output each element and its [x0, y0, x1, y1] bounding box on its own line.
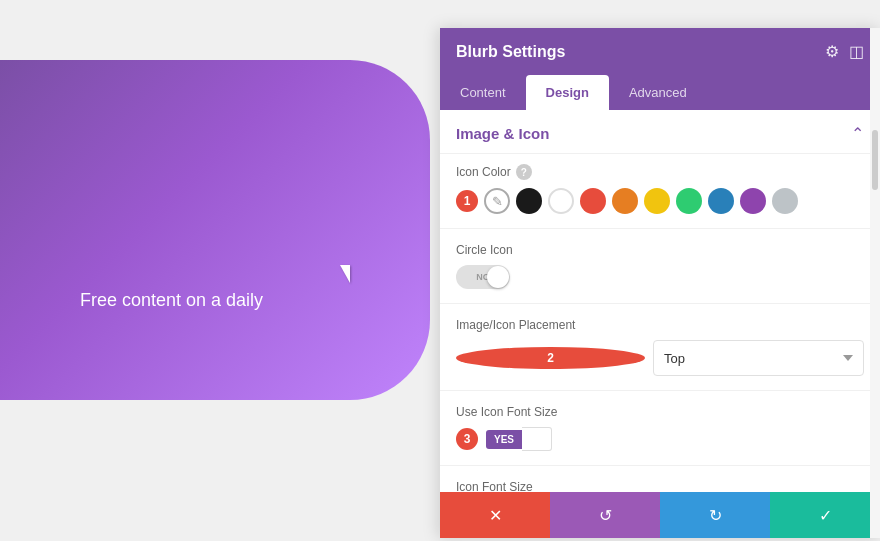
yes-button[interactable]: YES — [486, 430, 522, 449]
panel-footer: ✕ ↺ ↻ ✓ — [440, 492, 880, 538]
toggle-knob — [487, 266, 509, 288]
color-swatch-edit[interactable]: ✎ — [484, 188, 510, 214]
settings-icon[interactable]: ⚙ — [825, 42, 839, 61]
placement-step-row: 2 Top Bottom Left Right — [456, 340, 864, 376]
color-swatch-green[interactable] — [676, 188, 702, 214]
free-content-text: Free content on a daily — [80, 290, 263, 311]
scrollbar-track — [870, 28, 880, 538]
tab-content[interactable]: Content — [440, 75, 526, 110]
use-icon-font-size-field: Use Icon Font Size 3 YES — [440, 395, 880, 461]
color-swatch-yellow[interactable] — [644, 188, 670, 214]
image-icon-placement-field: Image/Icon Placement 2 Top Bottom Left R… — [440, 308, 880, 386]
circle-icon-field: Circle Icon NO — [440, 233, 880, 299]
no-box — [522, 427, 552, 451]
divider-4 — [440, 465, 880, 466]
reset-button[interactable]: ↺ — [550, 492, 660, 538]
image-icon-placement-label: Image/Icon Placement — [456, 318, 864, 332]
yes-no-toggle[interactable]: YES — [486, 427, 552, 451]
icon-color-field: Icon Color ? 1 ✎ — [440, 154, 880, 224]
color-swatch-white[interactable] — [548, 188, 574, 214]
cursor-icon — [340, 265, 350, 283]
placement-dropdown[interactable]: Top Bottom Left Right — [653, 340, 864, 376]
cancel-button[interactable]: ✕ — [440, 492, 550, 538]
layout-icon[interactable]: ◫ — [849, 42, 864, 61]
panel-body: Image & Icon ⌃ Icon Color ? 1 ✎ — [440, 110, 880, 492]
confirm-button[interactable]: ✓ — [770, 492, 880, 538]
purple-gradient-bg — [0, 60, 430, 400]
circle-icon-label: Circle Icon — [456, 243, 864, 257]
cancel-icon: ✕ — [489, 506, 502, 525]
color-swatch-purple[interactable] — [740, 188, 766, 214]
color-swatch-orange[interactable] — [612, 188, 638, 214]
step-1-badge: 1 — [456, 190, 478, 212]
use-icon-font-size-label: Use Icon Font Size — [456, 405, 864, 419]
collapse-icon[interactable]: ⌃ — [851, 124, 864, 143]
reset-icon: ↺ — [599, 506, 612, 525]
blurb-settings-panel: Blurb Settings ⚙ ◫ Content Design Advanc… — [440, 28, 880, 538]
tab-bar: Content Design Advanced — [440, 75, 880, 110]
panel-header: Blurb Settings ⚙ ◫ — [440, 28, 880, 75]
icon-font-size-label: Icon Font Size — [456, 480, 864, 492]
tab-advanced[interactable]: Advanced — [609, 75, 707, 110]
color-swatch-black[interactable] — [516, 188, 542, 214]
step-3-badge: 3 — [456, 428, 478, 450]
use-icon-font-size-row: 3 YES — [456, 427, 864, 451]
help-icon[interactable]: ? — [516, 164, 532, 180]
scrollbar-thumb[interactable] — [872, 130, 878, 190]
section-title: Image & Icon — [456, 125, 549, 142]
confirm-icon: ✓ — [819, 506, 832, 525]
panel-header-icons: ⚙ ◫ — [825, 42, 864, 61]
divider-3 — [440, 390, 880, 391]
icon-font-size-field: Icon Font Size 43px 4 ↻ ⎕ — [440, 470, 880, 492]
tab-design[interactable]: Design — [526, 75, 609, 110]
step-2-badge: 2 — [456, 347, 645, 369]
refresh-button[interactable]: ↻ — [660, 492, 770, 538]
refresh-icon: ↻ — [709, 506, 722, 525]
color-swatches-row: 1 ✎ — [456, 188, 864, 214]
divider-2 — [440, 303, 880, 304]
color-swatch-blue[interactable] — [708, 188, 734, 214]
color-swatch-red[interactable] — [580, 188, 606, 214]
circle-icon-toggle[interactable]: NO — [456, 265, 510, 289]
panel-title: Blurb Settings — [456, 43, 565, 61]
image-icon-section-header: Image & Icon ⌃ — [440, 110, 880, 154]
color-swatch-gray[interactable] — [772, 188, 798, 214]
icon-color-label: Icon Color ? — [456, 164, 864, 180]
divider-1 — [440, 228, 880, 229]
